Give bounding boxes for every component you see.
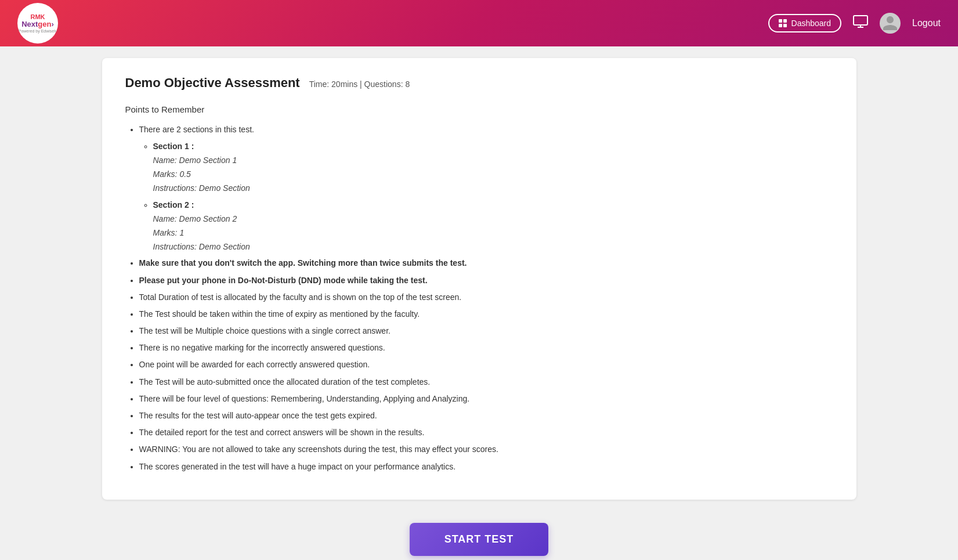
logout-button[interactable]: Logout bbox=[912, 18, 941, 28]
dashboard-button[interactable]: Dashboard bbox=[768, 14, 842, 32]
instruction-text: There will be four level of questions: R… bbox=[139, 394, 470, 403]
start-test-container: START TEST bbox=[0, 523, 958, 560]
section-2-name: Name: Demo Section 2 bbox=[153, 212, 833, 226]
list-item: The results for the test will auto-appea… bbox=[139, 409, 833, 423]
list-item: The Test should be taken within the time… bbox=[139, 307, 833, 321]
section-1-name: Name: Demo Section 1 bbox=[153, 154, 833, 168]
section-2-title: Section 2 : bbox=[153, 200, 194, 209]
instruction-text: Total Duration of test is allocated by t… bbox=[139, 292, 462, 302]
logo-circle: RMK Nextgen› Powered by Edwisely bbox=[17, 3, 58, 44]
list-item: Section 2 : Name: Demo Section 2 Marks: … bbox=[153, 198, 833, 254]
list-item: The scores generated in the test will ha… bbox=[139, 460, 833, 474]
section-1-marks: Marks: 0.5 bbox=[153, 168, 833, 182]
instruction-text: The detailed report for the test and cor… bbox=[139, 428, 425, 437]
page-meta: Time: 20mins | Questions: 8 bbox=[309, 80, 410, 89]
instruction-text: There are 2 sections in this test. bbox=[139, 125, 254, 134]
section-2-marks: Marks: 1 bbox=[153, 226, 833, 240]
instruction-text: The Test should be taken within the time… bbox=[139, 309, 420, 319]
list-item: One point will be awarded for each corre… bbox=[139, 357, 833, 372]
header-right: Dashboard Logout bbox=[768, 13, 941, 34]
avatar bbox=[880, 13, 901, 34]
page-title: Demo Objective Assessment bbox=[125, 75, 300, 91]
dashboard-icon bbox=[779, 19, 787, 27]
list-item: WARNING: You are not allowed to take any… bbox=[139, 442, 833, 457]
instruction-bold: Please put your phone in Do-Not-Disturb … bbox=[139, 276, 428, 285]
sub-list: Section 1 : Name: Demo Section 1 Marks: … bbox=[139, 139, 833, 254]
page-header: Demo Objective Assessment Time: 20mins |… bbox=[125, 75, 833, 91]
logo-powered: Powered by Edwisely bbox=[19, 29, 57, 33]
list-item: There are 2 sections in this test. Secti… bbox=[139, 122, 833, 254]
main-content: Demo Objective Assessment Time: 20mins |… bbox=[102, 58, 856, 500]
list-item: The test will be Multiple choice questio… bbox=[139, 324, 833, 338]
instructions-list: There are 2 sections in this test. Secti… bbox=[125, 122, 833, 474]
list-item: Make sure that you don't switch the app.… bbox=[139, 256, 833, 270]
list-item: Please put your phone in Do-Not-Disturb … bbox=[139, 273, 833, 288]
logo-nextgen: Nextgen› bbox=[21, 20, 54, 28]
instruction-text: The test will be Multiple choice questio… bbox=[139, 326, 391, 335]
list-item: There is no negative marking for the inc… bbox=[139, 341, 833, 355]
section-1-title: Section 1 : bbox=[153, 142, 194, 151]
instruction-text: The Test will be auto-submitted once the… bbox=[139, 377, 431, 386]
instruction-text: There is no negative marking for the inc… bbox=[139, 343, 385, 352]
instruction-text: One point will be awarded for each corre… bbox=[139, 360, 370, 369]
list-item: Section 1 : Name: Demo Section 1 Marks: … bbox=[153, 139, 833, 196]
points-heading: Points to Remember bbox=[125, 104, 833, 114]
logo-container: RMK Nextgen› Powered by Edwisely bbox=[17, 3, 58, 44]
monitor-icon bbox=[853, 15, 868, 31]
list-item: There will be four level of questions: R… bbox=[139, 392, 833, 406]
list-item: The detailed report for the test and cor… bbox=[139, 425, 833, 440]
list-item: The Test will be auto-submitted once the… bbox=[139, 375, 833, 389]
instruction-text: The scores generated in the test will ha… bbox=[139, 462, 456, 471]
section-1-instructions: Instructions: Demo Section bbox=[153, 182, 833, 196]
section-2-instructions: Instructions: Demo Section bbox=[153, 240, 833, 254]
list-item: Total Duration of test is allocated by t… bbox=[139, 290, 833, 305]
svg-rect-0 bbox=[854, 16, 867, 25]
header: RMK Nextgen› Powered by Edwisely Dashboa… bbox=[0, 0, 958, 46]
start-test-button[interactable]: START TEST bbox=[410, 523, 549, 556]
instruction-text: WARNING: You are not allowed to take any… bbox=[139, 445, 498, 454]
dashboard-label: Dashboard bbox=[791, 19, 832, 28]
instruction-text: The results for the test will auto-appea… bbox=[139, 411, 377, 420]
instruction-bold: Make sure that you don't switch the app.… bbox=[139, 258, 467, 268]
